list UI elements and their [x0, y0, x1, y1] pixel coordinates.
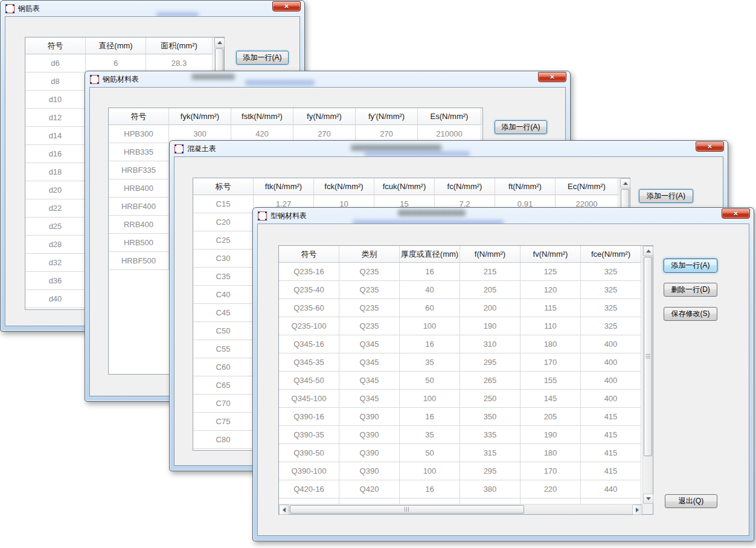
column-header[interactable]: fstk(N/mm²): [231, 108, 293, 125]
table-row[interactable]: [279, 498, 642, 504]
table-row[interactable]: Q345-100Q345100250145400: [279, 390, 642, 408]
table-cell[interactable]: d28: [25, 236, 86, 254]
table-cell[interactable]: Q390-100: [279, 462, 339, 480]
delete-row-button[interactable]: 删除一行(D): [664, 283, 717, 297]
exit-button[interactable]: 退出(Q): [665, 494, 717, 508]
table-cell[interactable]: 100: [400, 462, 460, 480]
table-cell[interactable]: 440: [581, 480, 641, 498]
table-cell[interactable]: 205: [460, 281, 521, 299]
table-cell[interactable]: 50: [400, 444, 460, 462]
table-cell[interactable]: 100: [400, 390, 460, 408]
table-cell[interactable]: 110: [521, 317, 581, 335]
table-cell[interactable]: Q235-40: [279, 281, 339, 299]
table-cell[interactable]: 400: [581, 353, 641, 372]
table-cell[interactable]: Q390-50: [279, 444, 339, 462]
table-cell[interactable]: 415: [581, 444, 641, 462]
table-cell[interactable]: d25: [25, 218, 86, 236]
scroll-right-button[interactable]: [632, 504, 642, 515]
table-row[interactable]: d6628.3: [25, 54, 214, 73]
table-cell[interactable]: C25: [193, 231, 254, 250]
titlebar[interactable]: 钢筋材料表: [85, 71, 570, 87]
save-changes-button[interactable]: 保存修改(S): [664, 307, 717, 321]
table-cell[interactable]: HPB300: [109, 125, 169, 143]
table-cell[interactable]: 170: [521, 462, 581, 480]
close-button[interactable]: ✕: [272, 1, 301, 11]
table-cell[interactable]: C70: [193, 395, 254, 413]
table-cell[interactable]: Q235-100: [279, 317, 339, 335]
table-cell[interactable]: Q345: [339, 372, 400, 390]
table-cell[interactable]: [581, 498, 641, 504]
table-cell[interactable]: Q235: [339, 299, 400, 317]
table-cell[interactable]: Q390: [339, 426, 400, 444]
table-cell[interactable]: 28.3: [146, 54, 213, 73]
table-cell[interactable]: d6: [25, 54, 86, 73]
titlebar[interactable]: 型钢材料表: [253, 208, 754, 224]
column-header[interactable]: fcuk(N/mm²): [374, 178, 435, 195]
add-row-button[interactable]: 添加一行(A): [236, 51, 289, 65]
table-row[interactable]: Q345-16Q34516310180400: [279, 335, 642, 353]
column-header[interactable]: fce(N/mm²): [581, 246, 641, 263]
table-cell[interactable]: Q235-60: [279, 299, 339, 317]
table-cell[interactable]: 200: [460, 299, 521, 317]
table-cell[interactable]: HRBF500: [109, 252, 169, 270]
table-cell[interactable]: d32: [25, 254, 86, 272]
table-cell[interactable]: d40: [25, 290, 86, 308]
table-cell[interactable]: d16: [25, 145, 86, 163]
table-cell[interactable]: Q390: [339, 444, 400, 462]
table-cell[interactable]: 205: [521, 408, 581, 426]
table-cell[interactable]: 16: [400, 408, 460, 426]
column-header[interactable]: fy(N/mm²): [293, 108, 356, 125]
table-row[interactable]: Q390-50Q39050315180415: [279, 444, 642, 462]
table-cell[interactable]: 220: [521, 480, 581, 498]
table-cell[interactable]: C60: [193, 358, 254, 376]
table-cell[interactable]: d12: [25, 109, 86, 127]
table-cell[interactable]: [279, 498, 339, 504]
close-button[interactable]: ✕: [722, 208, 750, 219]
table-cell[interactable]: 325: [581, 263, 641, 281]
column-header[interactable]: 标号: [193, 178, 254, 195]
table-cell[interactable]: 415: [581, 462, 641, 480]
table-cell[interactable]: 325: [581, 317, 641, 335]
scroll-up-button[interactable]: [620, 178, 630, 189]
table-cell[interactable]: 100: [400, 317, 460, 335]
table-cell[interactable]: 35: [400, 353, 460, 372]
table-cell[interactable]: d22: [25, 199, 86, 218]
table-cell[interactable]: d36: [25, 272, 86, 290]
scrollbar-thumb[interactable]: [290, 505, 524, 514]
table-cell[interactable]: 325: [581, 299, 641, 317]
column-header[interactable]: 厚度或直径(mm): [400, 246, 460, 263]
horizontal-scrollbar[interactable]: [279, 504, 642, 514]
table-cell[interactable]: 415: [581, 408, 641, 426]
table-cell[interactable]: 40: [400, 281, 460, 299]
table-row[interactable]: Q390-35Q39035335190415: [279, 426, 642, 444]
add-row-button[interactable]: 添加一行(A): [664, 259, 717, 272]
table-cell[interactable]: 170: [521, 353, 581, 372]
table-cell[interactable]: 16: [400, 480, 460, 498]
table-cell[interactable]: C30: [193, 250, 254, 268]
table-cell[interactable]: 35: [400, 426, 460, 444]
table-cell[interactable]: 16: [400, 335, 460, 353]
scroll-down-button[interactable]: [643, 494, 653, 504]
column-header[interactable]: 符号: [109, 108, 169, 125]
table-cell[interactable]: 380: [460, 480, 521, 498]
table-cell[interactable]: 265: [460, 372, 521, 390]
table-row[interactable]: Q390-16Q39016350205415: [279, 408, 642, 426]
table-cell[interactable]: 16: [400, 263, 460, 281]
table-cell[interactable]: Q235: [339, 281, 400, 299]
table-cell[interactable]: 180: [521, 444, 581, 462]
table-cell[interactable]: Q235-16: [279, 263, 339, 281]
table-cell[interactable]: Q345-100: [279, 390, 339, 408]
table-cell[interactable]: Q390-16: [279, 408, 339, 426]
table-cell[interactable]: Q345: [339, 353, 400, 372]
table-cell[interactable]: [339, 498, 400, 504]
table-cell[interactable]: Q345: [339, 335, 400, 353]
table-cell[interactable]: C15: [193, 195, 254, 213]
table-cell[interactable]: 310: [460, 335, 521, 353]
table-cell[interactable]: 400: [581, 372, 641, 390]
table-cell[interactable]: Q390: [339, 408, 400, 426]
table-row[interactable]: Q390-100Q390100295170415: [279, 462, 642, 480]
column-header[interactable]: 符号: [279, 246, 339, 263]
table-cell[interactable]: d14: [25, 127, 86, 145]
table-cell[interactable]: 120: [521, 281, 581, 299]
table-cell[interactable]: 190: [460, 317, 521, 335]
